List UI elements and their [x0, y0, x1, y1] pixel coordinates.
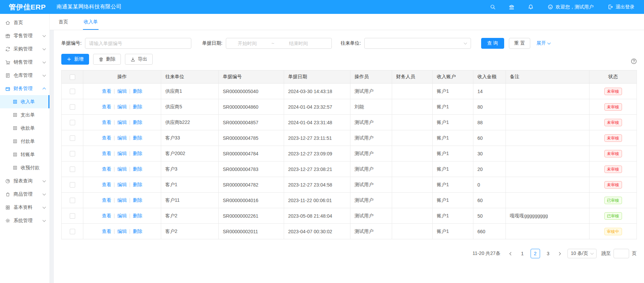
- delete-link[interactable]: 删除: [133, 166, 142, 172]
- edit-link[interactable]: 编辑: [117, 166, 127, 172]
- row-checkbox[interactable]: [70, 135, 75, 141]
- delete-link[interactable]: 删除: [133, 197, 142, 203]
- delete-link[interactable]: 删除: [133, 151, 142, 156]
- sidebar-item-basic[interactable]: 基本资料: [0, 201, 49, 214]
- row-checkbox[interactable]: [70, 229, 75, 234]
- edit-link[interactable]: 编辑: [117, 182, 127, 187]
- page-number-1[interactable]: 1: [518, 249, 527, 258]
- delete-link[interactable]: 删除: [133, 182, 142, 187]
- edit-link[interactable]: 编辑: [117, 213, 127, 218]
- sidebar-item-goods[interactable]: 商品管理: [0, 188, 49, 201]
- select-all-checkbox[interactable]: [70, 74, 75, 80]
- cell-date: 2023-04-07 00:30:02: [284, 224, 350, 239]
- column-header: 操作: [83, 70, 161, 84]
- sidebar-item-income[interactable]: 收入单: [0, 95, 49, 108]
- delete-link[interactable]: 删除: [133, 135, 142, 140]
- view-link[interactable]: 查看: [102, 182, 111, 187]
- sidebar-item-receipt[interactable]: 收款单: [0, 122, 49, 135]
- view-link[interactable]: 查看: [102, 197, 111, 203]
- export-button[interactable]: 导出: [125, 54, 153, 65]
- chevron-down-icon: [43, 48, 45, 50]
- row-checkbox[interactable]: [70, 198, 75, 203]
- view-link[interactable]: 查看: [102, 135, 111, 140]
- date-end-input[interactable]: [277, 40, 320, 46]
- sidebar-item-warehouse[interactable]: 仓库管理: [0, 69, 49, 82]
- chevron-down-icon: [43, 207, 45, 208]
- logout-button[interactable]: 退出登录: [607, 4, 635, 10]
- jump-page-input[interactable]: [614, 249, 629, 258]
- delete-link[interactable]: 删除: [133, 104, 142, 109]
- sidebar-item-transfer[interactable]: 转账单: [0, 148, 49, 161]
- bank-icon[interactable]: [509, 4, 515, 10]
- sidebar-item-home[interactable]: 首页: [0, 16, 49, 29]
- bell-icon[interactable]: [528, 4, 534, 10]
- row-checkbox[interactable]: [70, 167, 75, 172]
- view-link[interactable]: 查看: [102, 228, 111, 234]
- search-icon[interactable]: [490, 4, 496, 10]
- add-button[interactable]: 新增: [61, 54, 89, 65]
- sidebar-item-purchase[interactable]: 采购管理: [0, 42, 49, 56]
- doc-no-input[interactable]: [85, 38, 191, 49]
- help-question-icon[interactable]: [630, 58, 637, 65]
- tab-income[interactable]: 收入单: [83, 14, 99, 30]
- topbar-actions: 欢迎您，测试用户 退出登录: [477, 4, 644, 10]
- view-link[interactable]: 查看: [102, 213, 111, 218]
- cell-account: 账户1: [433, 99, 473, 115]
- prev-page-button[interactable]: [507, 249, 516, 258]
- delete-button[interactable]: 删除: [93, 54, 121, 65]
- tab-home[interactable]: 首页: [58, 14, 69, 30]
- expand-toggle[interactable]: 展开: [536, 40, 550, 46]
- date-separator: ~: [269, 41, 277, 46]
- partner-select[interactable]: [364, 38, 471, 49]
- next-page-button[interactable]: [555, 249, 564, 258]
- edit-link[interactable]: 编辑: [117, 119, 127, 125]
- view-link[interactable]: 查看: [102, 104, 111, 109]
- chevron-down-icon: [43, 62, 45, 63]
- view-link[interactable]: 查看: [102, 88, 111, 94]
- sidebar-item-advance[interactable]: 收预付款: [0, 161, 49, 174]
- sidebar-item-label: 收入单: [21, 99, 35, 105]
- search-button[interactable]: 查 询: [481, 38, 504, 49]
- delete-link[interactable]: 删除: [133, 213, 142, 218]
- view-link[interactable]: 查看: [102, 119, 111, 125]
- sidebar-item-expense[interactable]: 支出单: [0, 108, 49, 122]
- link-separator: |: [129, 104, 131, 109]
- row-checkbox[interactable]: [70, 182, 75, 188]
- row-checkbox[interactable]: [70, 89, 75, 94]
- edit-link[interactable]: 编辑: [117, 104, 127, 109]
- row-checkbox[interactable]: [70, 120, 75, 125]
- row-checkbox[interactable]: [70, 213, 75, 219]
- sidebar-item-retail[interactable]: 零售管理: [0, 29, 49, 42]
- sidebar-item-payment[interactable]: 付款单: [0, 135, 49, 148]
- sidebar-item-report[interactable]: 报表查询: [0, 174, 49, 188]
- sidebar-item-label: 首页: [14, 20, 23, 26]
- table-header-row: 操作往来单位单据编号单据日期操作员财务人员收入账户收入金额备注状态: [62, 70, 637, 84]
- link-separator: |: [129, 119, 131, 125]
- page-number-2[interactable]: 2: [531, 249, 540, 258]
- date-start-input[interactable]: [226, 40, 269, 46]
- delete-link[interactable]: 删除: [133, 119, 142, 125]
- view-link[interactable]: 查看: [102, 151, 111, 156]
- table-row: 查看|编辑|删除客户1SR000000047822023-12-27 23:04…: [62, 177, 637, 193]
- delete-link[interactable]: 删除: [133, 228, 142, 234]
- edit-link[interactable]: 编辑: [117, 197, 127, 203]
- page-number-3[interactable]: 3: [543, 249, 553, 258]
- edit-link[interactable]: 编辑: [117, 151, 127, 156]
- edit-link[interactable]: 编辑: [117, 88, 127, 94]
- reset-button[interactable]: 重 置: [509, 38, 531, 49]
- row-checkbox[interactable]: [70, 104, 75, 110]
- sidebar-item-finance[interactable]: 财务管理: [0, 82, 49, 95]
- sidebar-item-system[interactable]: 系统管理: [0, 214, 49, 227]
- row-actions: 查看|编辑|删除: [83, 130, 161, 146]
- page-size-select[interactable]: 10 条/页: [567, 249, 597, 258]
- view-link[interactable]: 查看: [102, 166, 111, 172]
- date-range-picker[interactable]: ~: [226, 38, 332, 49]
- sidebar-item-sales[interactable]: 销售管理: [0, 56, 49, 69]
- edit-link[interactable]: 编辑: [117, 135, 127, 140]
- delete-link[interactable]: 删除: [133, 88, 142, 94]
- row-checkbox[interactable]: [70, 151, 75, 156]
- status-badge: 未审核: [604, 88, 622, 95]
- edit-link[interactable]: 编辑: [117, 228, 127, 234]
- purchase-icon: [5, 46, 10, 52]
- user-menu[interactable]: 欢迎您，测试用户: [547, 4, 594, 10]
